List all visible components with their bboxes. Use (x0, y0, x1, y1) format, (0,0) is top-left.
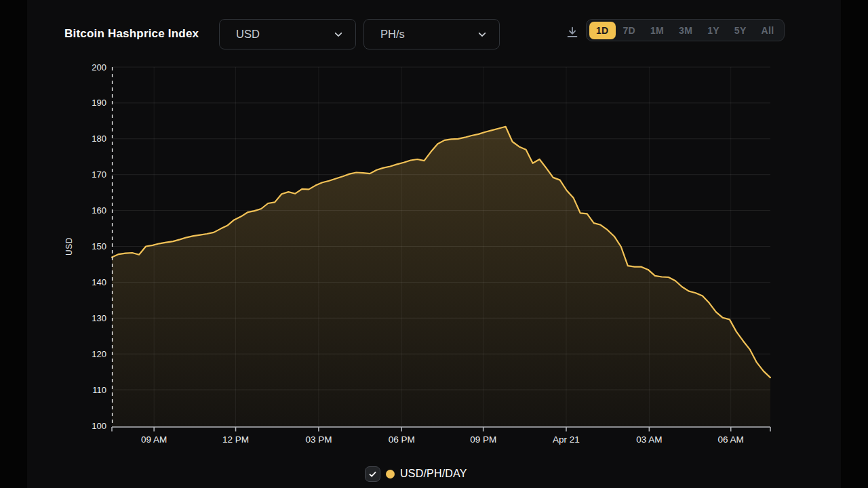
y-tick-label: 140 (92, 277, 106, 287)
x-tick-label: 09 PM (470, 434, 496, 445)
y-tick-label: 150 (92, 241, 106, 251)
y-axis-title: USD (64, 237, 74, 256)
range-button-all[interactable]: All (754, 23, 782, 38)
legend-checkbox[interactable] (365, 466, 380, 482)
chevron-down-icon (334, 30, 343, 39)
y-tick-label: 200 (92, 62, 106, 73)
range-button-7d[interactable]: 7D (616, 23, 644, 38)
y-tick-label: 180 (92, 134, 106, 144)
series-area-fill (112, 127, 770, 426)
download-icon (565, 25, 580, 40)
range-button-1m[interactable]: 1M (643, 23, 671, 38)
series-color-dot (386, 470, 395, 479)
hashprice-chart[interactable]: 100110120130140150160170180190200USD09 A… (0, 0, 868, 488)
x-tick-label: 06 AM (718, 434, 744, 445)
y-tick-label: 190 (92, 98, 106, 108)
unit-dropdown[interactable]: PH/s (363, 19, 500, 49)
check-icon (368, 469, 378, 479)
download-button[interactable] (562, 22, 583, 43)
y-tick-label: 120 (92, 349, 106, 359)
x-tick-label: 12 PM (222, 434, 249, 445)
page-title: Bitcoin Hashprice Index (64, 27, 199, 41)
x-tick-label: 03 PM (305, 434, 332, 445)
range-selector: 1D7D1M3M1Y5YAll (586, 19, 785, 41)
range-button-3m[interactable]: 3M (671, 23, 700, 38)
y-tick-label: 170 (92, 169, 106, 180)
y-tick-label: 130 (92, 313, 106, 323)
currency-dropdown-value: USD (236, 28, 260, 41)
chart-legend: USD/PH/DAY (365, 466, 467, 482)
x-tick-label: 09 AM (141, 434, 167, 445)
y-tick-label: 160 (92, 205, 106, 216)
currency-dropdown[interactable]: USD (219, 19, 356, 49)
range-button-5y[interactable]: 5Y (727, 23, 754, 38)
range-button-1d[interactable]: 1D (589, 22, 616, 39)
series-label[interactable]: USD/PH/DAY (400, 468, 467, 480)
unit-dropdown-value: PH/s (380, 28, 405, 41)
x-tick-label: 03 AM (636, 434, 662, 445)
chevron-down-icon (477, 30, 487, 39)
y-tick-label: 110 (92, 385, 106, 395)
y-tick-label: 100 (92, 421, 106, 431)
range-button-1y[interactable]: 1Y (700, 23, 727, 38)
x-tick-label: 06 PM (389, 434, 415, 445)
x-tick-label: Apr 21 (553, 434, 580, 445)
